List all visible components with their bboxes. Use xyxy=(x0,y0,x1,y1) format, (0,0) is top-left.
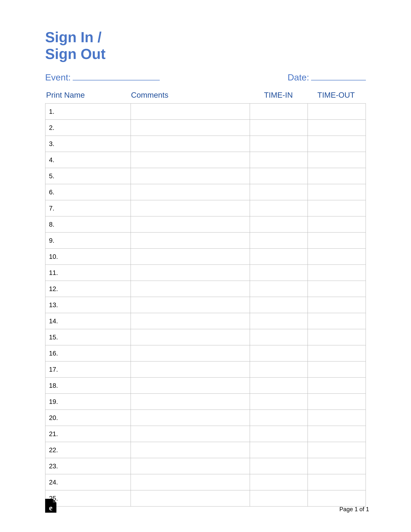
cell-print-name[interactable]: 5. xyxy=(45,168,131,184)
cell-time-in[interactable] xyxy=(250,297,308,313)
cell-time-out[interactable] xyxy=(308,442,366,458)
cell-comments[interactable] xyxy=(131,120,250,136)
cell-time-in[interactable] xyxy=(250,442,308,458)
cell-print-name[interactable]: 9. xyxy=(45,232,131,248)
date-blank-line[interactable] xyxy=(311,72,366,80)
cell-comments[interactable] xyxy=(131,216,250,232)
cell-print-name[interactable]: 6. xyxy=(45,184,131,200)
cell-time-out[interactable] xyxy=(308,152,366,168)
logo-letter: e xyxy=(45,504,57,512)
cell-time-out[interactable] xyxy=(308,184,366,200)
cell-time-out[interactable] xyxy=(308,281,366,297)
cell-time-in[interactable] xyxy=(250,313,308,329)
cell-time-in[interactable] xyxy=(250,378,308,394)
cell-comments[interactable] xyxy=(131,232,250,248)
cell-print-name[interactable]: 7. xyxy=(45,200,131,216)
cell-print-name[interactable]: 3. xyxy=(45,136,131,152)
cell-time-in[interactable] xyxy=(250,136,308,152)
cell-time-out[interactable] xyxy=(308,410,366,426)
cell-comments[interactable] xyxy=(131,200,250,216)
cell-time-in[interactable] xyxy=(250,474,308,490)
cell-time-in[interactable] xyxy=(250,232,308,248)
cell-comments[interactable] xyxy=(131,265,250,281)
meta-row: Event: Date: xyxy=(45,72,366,83)
cell-comments[interactable] xyxy=(131,378,250,394)
cell-comments[interactable] xyxy=(131,136,250,152)
cell-print-name[interactable]: 18. xyxy=(45,378,131,394)
cell-print-name[interactable]: 13. xyxy=(45,297,131,313)
cell-comments[interactable] xyxy=(131,248,250,265)
cell-comments[interactable] xyxy=(131,313,250,329)
cell-time-in[interactable] xyxy=(250,394,308,410)
cell-comments[interactable] xyxy=(131,474,250,490)
cell-print-name[interactable]: 12. xyxy=(45,281,131,297)
cell-time-in[interactable] xyxy=(250,104,308,120)
cell-comments[interactable] xyxy=(131,410,250,426)
cell-print-name[interactable]: 22. xyxy=(45,442,131,458)
cell-comments[interactable] xyxy=(131,345,250,361)
cell-time-out[interactable] xyxy=(308,329,366,345)
cell-print-name[interactable]: 23. xyxy=(45,458,131,474)
cell-time-in[interactable] xyxy=(250,329,308,345)
cell-time-out[interactable] xyxy=(308,394,366,410)
event-blank-line[interactable] xyxy=(73,72,160,80)
cell-time-in[interactable] xyxy=(250,200,308,216)
cell-time-out[interactable] xyxy=(308,426,366,442)
cell-time-out[interactable] xyxy=(308,248,366,265)
cell-print-name[interactable]: 14. xyxy=(45,313,131,329)
cell-comments[interactable] xyxy=(131,281,250,297)
cell-time-in[interactable] xyxy=(250,120,308,136)
cell-print-name[interactable]: 4. xyxy=(45,152,131,168)
cell-comments[interactable] xyxy=(131,361,250,378)
cell-time-in[interactable] xyxy=(250,168,308,184)
cell-comments[interactable] xyxy=(131,152,250,168)
cell-time-out[interactable] xyxy=(308,168,366,184)
cell-time-in[interactable] xyxy=(250,361,308,378)
cell-comments[interactable] xyxy=(131,394,250,410)
cell-print-name[interactable]: 15. xyxy=(45,329,131,345)
cell-time-out[interactable] xyxy=(308,474,366,490)
cell-time-in[interactable] xyxy=(250,216,308,232)
cell-time-out[interactable] xyxy=(308,136,366,152)
cell-print-name[interactable]: 16. xyxy=(45,345,131,361)
cell-time-out[interactable] xyxy=(308,361,366,378)
cell-print-name[interactable]: 17. xyxy=(45,361,131,378)
cell-time-in[interactable] xyxy=(250,410,308,426)
cell-time-out[interactable] xyxy=(308,216,366,232)
cell-comments[interactable] xyxy=(131,329,250,345)
cell-comments[interactable] xyxy=(131,168,250,184)
cell-time-in[interactable] xyxy=(250,345,308,361)
cell-time-in[interactable] xyxy=(250,152,308,168)
cell-print-name[interactable]: 10. xyxy=(45,248,131,265)
cell-print-name[interactable]: 19. xyxy=(45,394,131,410)
cell-print-name[interactable]: 21. xyxy=(45,426,131,442)
cell-time-in[interactable] xyxy=(250,281,308,297)
cell-print-name[interactable]: 11. xyxy=(45,265,131,281)
cell-time-in[interactable] xyxy=(250,184,308,200)
cell-time-in[interactable] xyxy=(250,458,308,474)
cell-comments[interactable] xyxy=(131,184,250,200)
cell-time-in[interactable] xyxy=(250,265,308,281)
cell-time-out[interactable] xyxy=(308,297,366,313)
cell-comments[interactable] xyxy=(131,458,250,474)
cell-time-out[interactable] xyxy=(308,200,366,216)
cell-comments[interactable] xyxy=(131,442,250,458)
cell-time-out[interactable] xyxy=(308,120,366,136)
cell-time-out[interactable] xyxy=(308,265,366,281)
cell-time-out[interactable] xyxy=(308,458,366,474)
cell-time-out[interactable] xyxy=(308,104,366,120)
cell-print-name[interactable]: 24. xyxy=(45,474,131,490)
cell-print-name[interactable]: 20. xyxy=(45,410,131,426)
cell-print-name[interactable]: 1. xyxy=(45,104,131,120)
cell-print-name[interactable]: 2. xyxy=(45,120,131,136)
cell-time-in[interactable] xyxy=(250,248,308,265)
cell-comments[interactable] xyxy=(131,104,250,120)
cell-time-in[interactable] xyxy=(250,426,308,442)
cell-time-out[interactable] xyxy=(308,313,366,329)
cell-time-out[interactable] xyxy=(308,378,366,394)
cell-print-name[interactable]: 8. xyxy=(45,216,131,232)
cell-comments[interactable] xyxy=(131,297,250,313)
cell-time-out[interactable] xyxy=(308,345,366,361)
cell-comments[interactable] xyxy=(131,426,250,442)
cell-time-out[interactable] xyxy=(308,232,366,248)
